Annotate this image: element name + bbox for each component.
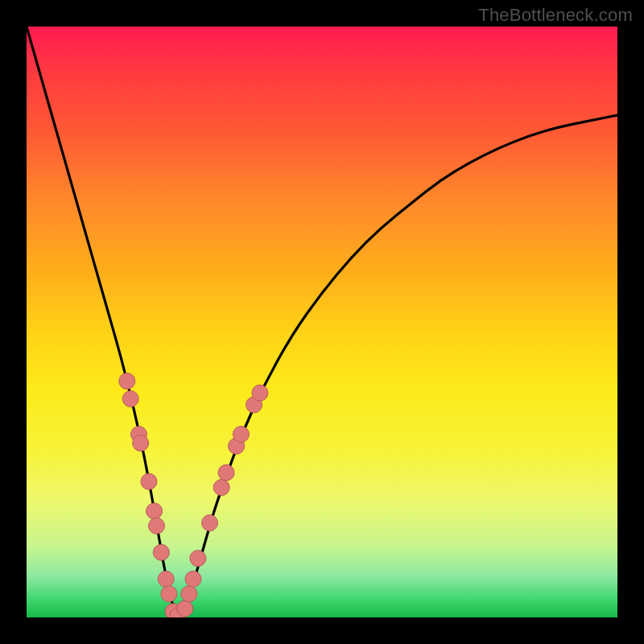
data-marker xyxy=(122,390,138,407)
chart-frame: TheBottleneck.com xyxy=(0,0,644,644)
attribution-text: TheBottleneck.com xyxy=(478,5,633,26)
data-marker xyxy=(133,435,149,451)
data-marker xyxy=(153,544,169,560)
data-marker xyxy=(161,586,177,602)
data-marker xyxy=(252,385,268,401)
curve-markers xyxy=(119,373,268,617)
data-marker xyxy=(148,518,164,534)
chart-overlay xyxy=(27,27,617,617)
data-marker xyxy=(158,571,174,587)
data-marker xyxy=(141,473,157,489)
data-marker xyxy=(202,515,218,531)
data-marker xyxy=(181,586,197,602)
data-marker xyxy=(218,464,234,481)
data-marker xyxy=(147,503,163,519)
data-marker xyxy=(119,373,135,389)
data-marker xyxy=(190,551,206,567)
bottleneck-curve xyxy=(27,27,617,616)
data-marker xyxy=(233,426,249,442)
data-marker xyxy=(185,571,201,587)
data-marker xyxy=(213,480,229,496)
data-marker xyxy=(177,601,193,617)
